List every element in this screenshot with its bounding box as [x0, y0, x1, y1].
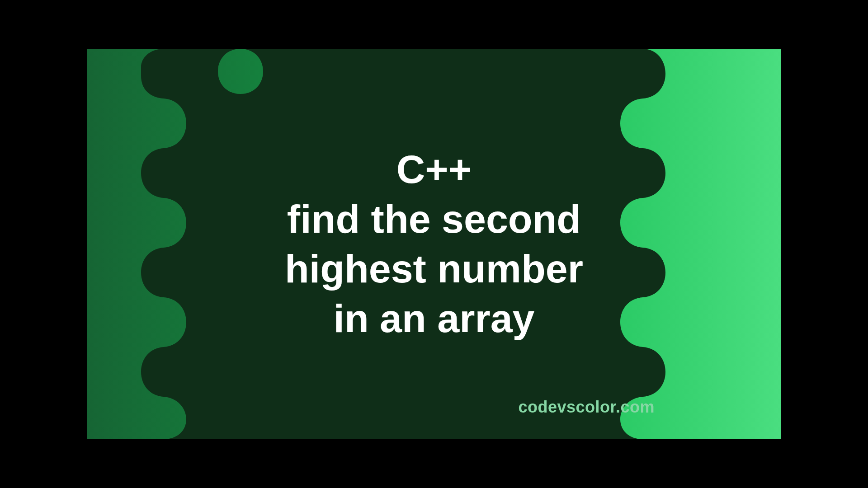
watermark-text: codevscolor.com: [518, 398, 655, 417]
letterbox: C++ find the second highest number in an…: [0, 0, 868, 488]
title-line-3: highest number: [285, 244, 583, 294]
title-line-1: C++: [285, 145, 583, 194]
title-line-4: in an array: [285, 294, 583, 343]
banner-card: C++ find the second highest number in an…: [87, 49, 781, 439]
title-line-2: find the second: [285, 194, 583, 244]
title-block: C++ find the second highest number in an…: [285, 145, 583, 343]
